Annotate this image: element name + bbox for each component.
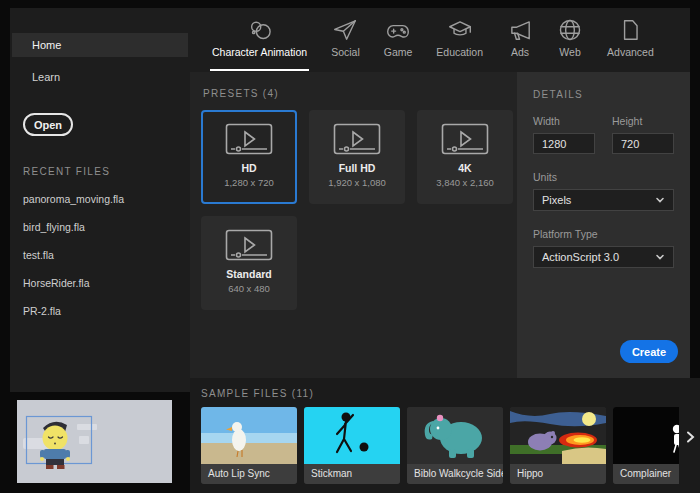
- details-panel: DETAILS Width Height Units Pixels Platfo…: [517, 72, 690, 378]
- preview-character-image: [17, 400, 172, 483]
- platform-type-value: ActionScript 3.0: [542, 251, 619, 263]
- preset-name: Standard: [226, 268, 272, 280]
- tab-label: Web: [559, 46, 580, 58]
- tab-web[interactable]: Web: [545, 8, 595, 72]
- hippo-thumbnail-image: [510, 407, 606, 464]
- recent-file-item[interactable]: HorseRider.fla: [10, 277, 190, 289]
- category-tabbar: Character Animation Social Game Educatio…: [190, 8, 690, 72]
- video-player-icon: [225, 123, 273, 157]
- preset-name: Full HD: [339, 162, 376, 174]
- chevron-down-icon: [655, 252, 665, 262]
- platform-type-label: Platform Type: [533, 228, 674, 240]
- recent-file-preview: [17, 400, 172, 483]
- tab-character-animation[interactable]: Character Animation: [200, 8, 319, 72]
- video-player-icon: [333, 123, 381, 157]
- sidebar-item-home[interactable]: Home: [12, 33, 188, 57]
- tab-game[interactable]: Game: [372, 8, 425, 72]
- create-button[interactable]: Create: [620, 340, 678, 363]
- auto-lip-sync-thumbnail-image: [201, 407, 297, 464]
- recent-file-item[interactable]: PR-2.fla: [10, 305, 190, 317]
- preset-dimensions: 1,280 x 720: [224, 177, 274, 188]
- sidebar: Home Learn Open RECENT FILES panoroma_mo…: [10, 8, 190, 392]
- sample-auto-lip-sync[interactable]: Auto Lip Sync: [201, 407, 297, 484]
- sample-thumbnails: Auto Lip Sync Stickman Biblo W: [190, 399, 679, 484]
- tab-education[interactable]: Education: [424, 8, 495, 72]
- video-player-icon: [225, 229, 273, 263]
- gamepad-icon: [385, 17, 411, 43]
- tab-label: Education: [436, 46, 483, 58]
- preset-card-standard[interactable]: Standard 640 x 480: [201, 216, 297, 310]
- chevron-down-icon: [655, 195, 665, 205]
- units-value: Pixels: [542, 194, 571, 206]
- document-icon: [617, 17, 643, 43]
- presets-panel: PRESETS (4) HD 1,280 x 720 Full HD 1,920…: [190, 72, 517, 378]
- sample-stickman[interactable]: Stickman: [304, 407, 400, 484]
- tab-label: Social: [331, 46, 360, 58]
- chevron-right-icon[interactable]: [683, 430, 697, 444]
- preset-card-full-hd[interactable]: Full HD 1,920 x 1,080: [309, 110, 405, 204]
- details-header: DETAILS: [533, 89, 674, 100]
- sample-label: Biblo Walkcycle Side: [407, 464, 503, 484]
- megaphone-icon: [507, 17, 533, 43]
- sample-label: Auto Lip Sync: [201, 464, 297, 484]
- platform-type-select[interactable]: ActionScript 3.0: [533, 246, 674, 268]
- paper-plane-icon: [332, 17, 358, 43]
- width-label: Width: [533, 115, 595, 127]
- sample-label: Complainer: [613, 464, 679, 484]
- presets-header: PRESETS (4): [190, 72, 517, 99]
- recent-file-item[interactable]: panoroma_moving.fla: [10, 193, 190, 205]
- preset-name: 4K: [458, 162, 471, 174]
- units-select[interactable]: Pixels: [533, 189, 674, 211]
- tab-label: Ads: [511, 46, 529, 58]
- sample-label: Stickman: [304, 464, 400, 484]
- recent-file-item[interactable]: bird_flying.fla: [10, 221, 190, 233]
- preset-name: HD: [241, 162, 256, 174]
- sample-biblo-walkcycle-side[interactable]: Biblo Walkcycle Side: [407, 407, 503, 484]
- graduation-cap-icon: [447, 17, 473, 43]
- sample-files-header: SAMPLE FILES (11): [190, 378, 700, 399]
- preset-card-hd[interactable]: HD 1,280 x 720: [201, 110, 297, 204]
- biblo-thumbnail-image: [407, 407, 503, 464]
- preset-dimensions: 3,840 x 2,160: [436, 177, 494, 188]
- tab-social[interactable]: Social: [319, 8, 372, 72]
- tab-label: Advanced: [607, 46, 654, 58]
- sample-files-panel: SAMPLE FILES (11) Auto Lip Sync Stickman: [190, 378, 700, 493]
- preset-cards: HD 1,280 x 720 Full HD 1,920 x 1,080 4K …: [190, 99, 517, 310]
- tab-advanced[interactable]: Advanced: [595, 8, 666, 72]
- height-field[interactable]: [612, 133, 674, 154]
- sample-hippo[interactable]: Hippo: [510, 407, 606, 484]
- tab-label: Character Animation: [212, 46, 307, 58]
- sample-complainer[interactable]: Complainer: [613, 407, 679, 484]
- preset-dimensions: 1,920 x 1,080: [328, 177, 386, 188]
- recent-files-header: RECENT FILES: [23, 166, 190, 177]
- recent-file-item[interactable]: test.fla: [10, 249, 190, 261]
- preset-card-4k[interactable]: 4K 3,840 x 2,160: [417, 110, 513, 204]
- tab-underline: [210, 69, 309, 71]
- sidebar-item-learn[interactable]: Learn: [10, 65, 190, 89]
- width-field[interactable]: [533, 133, 595, 154]
- tab-ads[interactable]: Ads: [495, 8, 545, 72]
- height-label: Height: [612, 115, 674, 127]
- preset-dimensions: 640 x 480: [228, 283, 270, 294]
- complainer-thumbnail-image: [613, 407, 679, 464]
- globe-icon: [557, 17, 583, 43]
- stickman-thumbnail-image: [304, 407, 400, 464]
- units-label: Units: [533, 171, 674, 183]
- character-animation-icon: [247, 17, 273, 43]
- video-player-icon: [441, 123, 489, 157]
- tab-label: Game: [384, 46, 413, 58]
- open-button[interactable]: Open: [23, 113, 73, 136]
- sample-label: Hippo: [510, 464, 606, 484]
